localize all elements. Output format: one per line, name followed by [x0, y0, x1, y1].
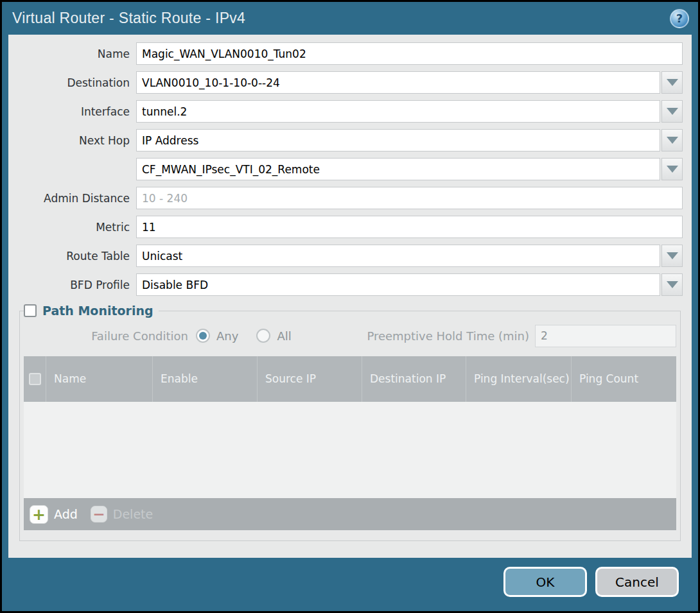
form-row-next-hop: Next Hop IP Address	[8, 129, 683, 151]
failure-condition-label: Failure Condition	[24, 329, 196, 343]
table-body-empty	[24, 402, 676, 498]
ok-button[interactable]: OK	[503, 567, 587, 597]
bfd-profile-dropdown-button[interactable]	[661, 273, 683, 296]
delete-button-label: Delete	[113, 507, 153, 521]
path-monitoring-group: Path Monitoring Failure Condition Any Al…	[19, 304, 681, 541]
table-header-checkbox-cell	[24, 356, 46, 402]
column-header-ping-interval[interactable]: Ping Interval(sec)	[466, 356, 571, 402]
chevron-down-icon	[667, 137, 678, 144]
next-hop-value-input[interactable]: CF_MWAN_IPsec_VTI_02_Remote	[136, 158, 660, 180]
route-table-dropdown-button[interactable]	[661, 245, 683, 267]
table-toolbar: + Add − Delete	[24, 498, 676, 530]
form-row-metric: Metric 11	[8, 216, 683, 238]
next-hop-label: Next Hop	[8, 134, 136, 147]
column-header-destination-ip[interactable]: Destination IP	[362, 356, 466, 402]
column-header-name[interactable]: Name	[46, 356, 152, 402]
path-monitoring-table: Name Enable Source IP Destination IP Pin…	[24, 356, 676, 530]
column-header-enable[interactable]: Enable	[152, 356, 257, 402]
next-hop-type-dropdown-button[interactable]	[661, 129, 683, 151]
form-row-name: Name Magic_WAN_VLAN0010_Tun02	[8, 42, 683, 65]
minus-icon: −	[91, 506, 107, 522]
failure-condition-option-any[interactable]: Any	[196, 329, 238, 343]
select-all-checkbox[interactable]	[29, 373, 41, 385]
help-icon-glyph: ?	[676, 12, 683, 25]
dialog-footer: OK Cancel	[2, 558, 698, 611]
dialog-content: Name Magic_WAN_VLAN0010_Tun02 Destinatio…	[8, 35, 692, 558]
radio-all-icon[interactable]	[256, 329, 270, 343]
column-header-ping-count[interactable]: Ping Count	[571, 356, 676, 402]
destination-label: Destination	[8, 76, 136, 89]
path-monitoring-legend: Path Monitoring	[24, 304, 159, 318]
radio-all-label: All	[277, 329, 291, 343]
failure-condition-option-all[interactable]: All	[256, 329, 291, 343]
interface-input[interactable]: tunnel.2	[136, 100, 660, 123]
admin-distance-placeholder: 10 - 240	[142, 192, 188, 205]
add-button-label: Add	[54, 507, 78, 521]
bfd-profile-label: BFD Profile	[8, 279, 136, 291]
preemptive-hold-time-label: Preemptive Hold Time (min)	[367, 329, 535, 343]
metric-label: Metric	[8, 221, 136, 234]
destination-input[interactable]: VLAN0010_10-1-10-0--24	[136, 71, 660, 94]
column-header-source-ip[interactable]: Source IP	[257, 356, 362, 402]
chevron-down-icon	[667, 252, 678, 259]
preemptive-hold-time-input[interactable]: 2	[535, 325, 676, 347]
next-hop-value-dropdown-button[interactable]	[661, 158, 683, 180]
cancel-button[interactable]: Cancel	[595, 567, 679, 597]
delete-button[interactable]: − Delete	[91, 506, 153, 522]
destination-dropdown-button[interactable]	[661, 71, 683, 94]
admin-distance-input[interactable]: 10 - 240	[136, 187, 683, 209]
form-row-interface: Interface tunnel.2	[8, 100, 683, 123]
radio-any-icon[interactable]	[196, 329, 210, 343]
add-button[interactable]: + Add	[30, 505, 78, 524]
route-table-label: Route Table	[8, 250, 136, 263]
radio-any-label: Any	[216, 329, 238, 343]
chevron-down-icon	[667, 79, 678, 86]
radio-dot	[199, 332, 207, 340]
plus-icon: +	[30, 505, 48, 524]
chevron-down-icon	[667, 108, 678, 115]
metric-input[interactable]: 11	[136, 216, 683, 238]
form-row-destination: Destination VLAN0010_10-1-10-0--24	[8, 71, 683, 94]
interface-label: Interface	[8, 105, 136, 118]
form-row-admin-distance: Admin Distance 10 - 240	[8, 187, 683, 209]
route-table-input[interactable]: Unicast	[136, 245, 660, 267]
dialog-title: Virtual Router - Static Route - IPv4	[12, 10, 245, 27]
failure-condition-row: Failure Condition Any All Preemptive Hol…	[24, 324, 676, 347]
chevron-down-icon	[667, 166, 678, 173]
bfd-profile-input[interactable]: Disable BFD	[136, 273, 660, 296]
help-icon[interactable]: ?	[670, 9, 689, 28]
admin-distance-label: Admin Distance	[8, 192, 136, 205]
static-route-dialog: Virtual Router - Static Route - IPv4 ? N…	[0, 0, 700, 613]
chevron-down-icon	[667, 281, 678, 288]
form-row-bfd-profile: BFD Profile Disable BFD	[8, 273, 683, 296]
name-label: Name	[8, 47, 136, 60]
next-hop-type-input[interactable]: IP Address	[136, 129, 660, 151]
dialog-titlebar: Virtual Router - Static Route - IPv4 ?	[2, 2, 698, 35]
name-input[interactable]: Magic_WAN_VLAN0010_Tun02	[136, 42, 683, 65]
form-row-route-table: Route Table Unicast	[8, 245, 683, 267]
table-header: Name Enable Source IP Destination IP Pin…	[24, 356, 676, 402]
interface-dropdown-button[interactable]	[661, 100, 683, 123]
path-monitoring-title: Path Monitoring	[42, 304, 153, 318]
path-monitoring-checkbox[interactable]	[24, 304, 37, 317]
form-row-next-hop-value: CF_MWAN_IPsec_VTI_02_Remote	[8, 158, 683, 180]
